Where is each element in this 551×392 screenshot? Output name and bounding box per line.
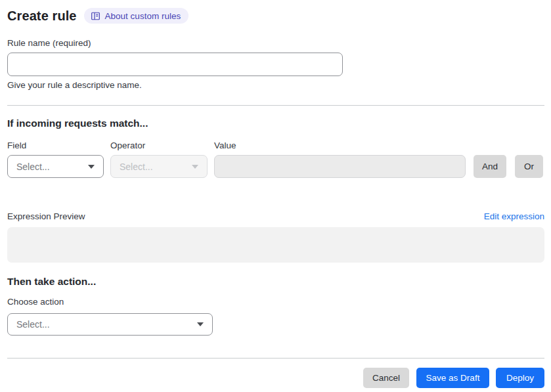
- operator-select[interactable]: Select...: [110, 155, 208, 178]
- match-controls-row: Select... Select... And Or: [7, 155, 544, 178]
- rule-name-input[interactable]: [7, 53, 343, 76]
- edit-expression-link[interactable]: Edit expression: [484, 211, 544, 221]
- operator-select-value: Select...: [120, 162, 153, 172]
- chevron-down-icon: [197, 322, 204, 326]
- cancel-button[interactable]: Cancel: [363, 368, 409, 388]
- footer-actions: Cancel Save as Draft Deploy: [7, 368, 544, 388]
- create-rule-page: Create rule About custom rules Rule name…: [0, 0, 551, 388]
- action-section-heading: Then take action...: [7, 276, 544, 288]
- field-select-value: Select...: [16, 162, 50, 172]
- deploy-button[interactable]: Deploy: [496, 368, 544, 388]
- choose-action-value: Select...: [16, 319, 50, 330]
- page-title: Create rule: [7, 9, 77, 24]
- expression-preview-label: Expression Preview: [7, 211, 85, 221]
- match-labels-row: Field Operator Value: [7, 141, 544, 150]
- value-input[interactable]: [214, 155, 466, 178]
- about-badge-label: About custom rules: [105, 11, 181, 21]
- chevron-down-icon: [88, 165, 95, 169]
- value-label: Value: [214, 141, 466, 150]
- choose-action-label: Choose action: [7, 297, 544, 307]
- save-as-draft-button[interactable]: Save as Draft: [416, 368, 489, 388]
- chevron-down-icon: [192, 165, 198, 169]
- or-button[interactable]: Or: [515, 155, 543, 178]
- and-button[interactable]: And: [474, 155, 506, 178]
- field-label: Field: [7, 141, 104, 150]
- choose-action-select[interactable]: Select...: [7, 313, 213, 336]
- operator-label: Operator: [110, 141, 208, 150]
- expression-preview-row: Expression Preview Edit expression: [7, 211, 544, 221]
- book-icon: [91, 11, 100, 21]
- about-custom-rules-badge[interactable]: About custom rules: [84, 8, 189, 24]
- rule-name-helper: Give your rule a descriptive name.: [7, 80, 544, 90]
- page-header: Create rule About custom rules: [7, 8, 544, 24]
- rule-name-label: Rule name (required): [7, 38, 544, 48]
- field-select[interactable]: Select...: [7, 155, 104, 178]
- section-divider: [7, 105, 544, 106]
- match-section-heading: If incoming requests match...: [7, 118, 544, 129]
- expression-preview-box: [7, 227, 544, 263]
- footer-divider: [7, 358, 544, 359]
